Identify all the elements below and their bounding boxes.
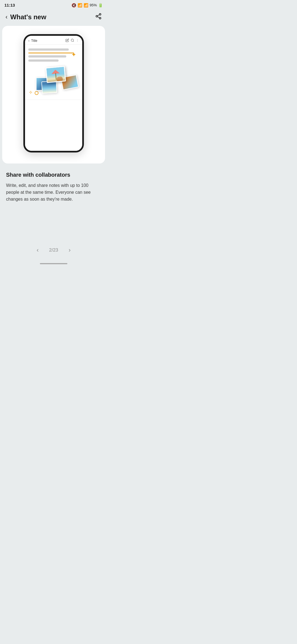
- preview-card: ‹ Title ⋮: [2, 26, 105, 163]
- svg-line-4: [98, 15, 100, 16]
- mute-icon: 🔇: [72, 3, 76, 7]
- page-header: ‹ What's new: [0, 9, 107, 25]
- share-button[interactable]: [95, 13, 102, 21]
- phone-inner: ‹ Title ⋮: [25, 36, 82, 151]
- pagination: ‹ 2/23 ›: [0, 241, 107, 263]
- phone-search-icon: [71, 39, 74, 43]
- page-title: What's new: [10, 13, 46, 21]
- orange-star-top: ✦: [71, 51, 76, 58]
- battery-level: 95%: [90, 3, 97, 7]
- phone-edit-icon: [65, 39, 69, 43]
- phone-title: Title: [31, 39, 37, 43]
- hand-icon: [56, 76, 63, 81]
- photo-umbrella: [45, 66, 66, 83]
- feature-title: Share with collaborators: [6, 171, 101, 178]
- phone-more-icon: ⋮: [76, 39, 79, 42]
- wifi-icon: 📶: [78, 3, 82, 7]
- battery-icon: 🔋: [98, 3, 103, 7]
- next-page-button[interactable]: ›: [67, 245, 73, 255]
- status-bar: 11:13 🔇 📶 📶 95% 🔋: [0, 0, 107, 9]
- content-section: Share with collaborators Write, edit, an…: [0, 165, 107, 208]
- page-indicator: 2/23: [49, 247, 58, 253]
- phone-content: ✦ ✧: [25, 45, 82, 100]
- svg-line-3: [98, 17, 100, 18]
- text-line-3: [28, 55, 66, 58]
- text-line-4: [28, 59, 59, 62]
- phone-mock-header: ‹ Title ⋮: [25, 36, 82, 45]
- phone-bottom-area: [25, 100, 82, 151]
- phone-mockup: ‹ Title ⋮: [23, 34, 84, 152]
- phone-header-left: ‹ Title: [28, 39, 37, 43]
- signal-icon: 📶: [84, 3, 88, 7]
- status-icons: 🔇 📶 📶 95% 🔋: [72, 3, 103, 7]
- handle-bar: [40, 263, 67, 264]
- phone-header-icons: ⋮: [65, 39, 79, 43]
- text-line-1: [28, 48, 69, 51]
- feature-description: Write, edit, and share notes with up to …: [6, 182, 101, 203]
- prev-page-button[interactable]: ‹: [34, 245, 41, 255]
- svg-point-5: [71, 39, 74, 42]
- text-line-2: [28, 53, 74, 53]
- photo-collage: ✧: [27, 64, 80, 97]
- bottom-handle: [0, 263, 107, 267]
- header-left: ‹ What's new: [6, 13, 46, 21]
- phone-back-icon: ‹: [28, 39, 29, 43]
- back-button[interactable]: ‹: [6, 13, 7, 21]
- content-spacer: [0, 208, 107, 241]
- status-time: 11:13: [4, 3, 15, 7]
- star-outline-icon: ✧: [29, 90, 33, 95]
- svg-line-6: [73, 41, 74, 42]
